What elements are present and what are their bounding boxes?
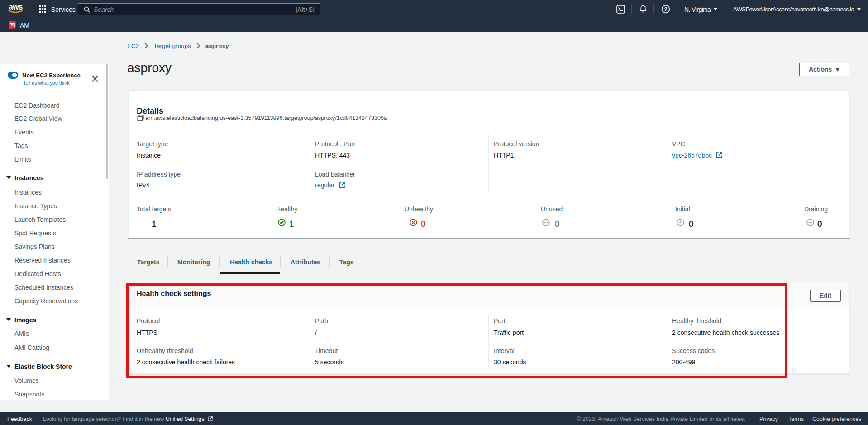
svg-text:aws: aws: [9, 2, 23, 11]
svg-text:?: ?: [664, 6, 667, 12]
